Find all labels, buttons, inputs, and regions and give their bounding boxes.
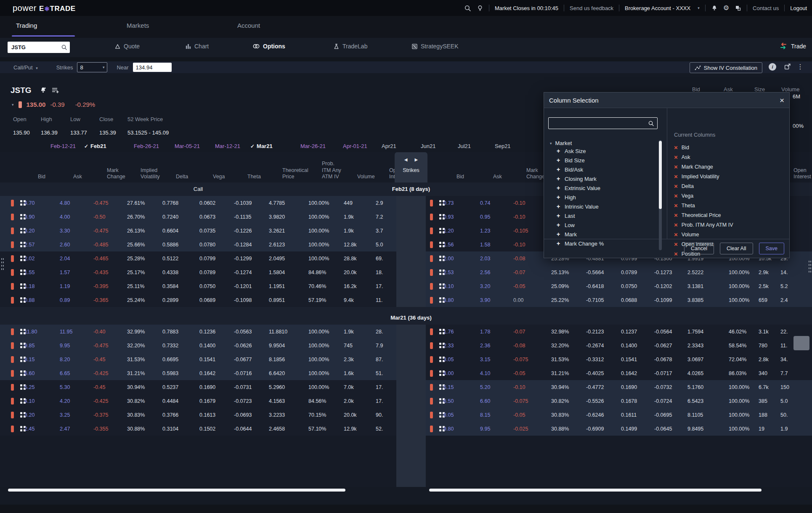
call-cell[interactable]: -0.485 [91, 242, 125, 248]
call-cell[interactable]: 9.95 [58, 343, 91, 349]
call-cell[interactable]: 11. [374, 297, 396, 303]
put-cell[interactable]: 6.5423 [685, 398, 727, 404]
put-cell[interactable]: -0.08 [511, 343, 549, 349]
put-cell[interactable]: -0.1273 [652, 270, 685, 275]
remove-column-icon[interactable]: × [674, 144, 678, 151]
put-cell[interactable]: 5.20 [478, 384, 511, 390]
show-iv-constellation-button[interactable]: Show IV Constellation [690, 62, 762, 73]
subnav-chart[interactable]: Chart [185, 43, 209, 50]
put-cell[interactable]: -0.1202 [652, 283, 685, 289]
call-column-header[interactable]: Bid [36, 174, 71, 182]
put-cell[interactable]: 72.04% [727, 357, 756, 362]
call-cell[interactable]: 1.19 [58, 283, 91, 289]
put-cell[interactable]: 100.00% [727, 270, 756, 275]
put-cell[interactable]: 14. [778, 270, 808, 275]
current-column-item[interactable]: × Delta [674, 181, 733, 191]
call-cell[interactable]: 8.20 [58, 357, 91, 362]
put-cell[interactable]: 4.10 [478, 370, 511, 376]
call-cell[interactable]: 6.6420 [267, 370, 306, 376]
call-cell[interactable]: -0.0626 [232, 343, 267, 349]
put-cell[interactable]: 2.5222 [685, 270, 727, 275]
logout-link[interactable]: Logout [790, 5, 807, 11]
call-cell[interactable]: 4.70 [22, 200, 58, 206]
call-cell[interactable]: 2.02 [22, 256, 58, 262]
call-cell[interactable]: -0.465 [91, 256, 125, 262]
call-cell[interactable]: 449 [342, 200, 374, 206]
call-column-header[interactable]: Ask [71, 174, 105, 182]
call-cell[interactable]: 31.53% [125, 357, 160, 362]
current-column-item[interactable]: × Vega [674, 191, 733, 201]
put-cell[interactable]: 1.58 [478, 242, 511, 248]
apps-layout-icon[interactable] [735, 5, 741, 11]
put-cell[interactable]: 780 [756, 343, 778, 349]
call-cell[interactable]: 11.95 [58, 329, 91, 335]
remove-column-icon[interactable]: × [674, 164, 678, 170]
add-column-icon[interactable]: + [557, 212, 561, 219]
call-column-header[interactable]: Volume [355, 174, 387, 182]
remove-column-icon[interactable]: × [674, 202, 678, 209]
left-pane-drag-handle[interactable] [1, 257, 4, 270]
put-cell[interactable]: 5.2 [778, 283, 808, 289]
call-cell[interactable]: -0.1226 [232, 228, 267, 234]
call-cell[interactable]: 0.0689 [197, 297, 232, 303]
search-icon[interactable] [464, 5, 471, 12]
expiry-tab[interactable]: ✓Jul21 [458, 143, 471, 149]
call-cell[interactable]: 17. [374, 398, 396, 404]
call-cell[interactable]: 2.45 [22, 426, 58, 432]
call-cell[interactable]: 0.5122 [160, 256, 197, 262]
put-cell[interactable]: 0.1678 [619, 398, 652, 404]
call-cell[interactable]: 3.20 [22, 412, 58, 418]
call-cell[interactable]: 0.88 [22, 297, 58, 303]
call-cell[interactable]: -0.1098 [232, 297, 267, 303]
call-cell[interactable]: -0.395 [91, 283, 125, 289]
put-cell[interactable]: 50. [778, 412, 808, 418]
call-cell[interactable]: 87. [374, 357, 396, 362]
call-cell[interactable]: 69. [374, 256, 396, 262]
put-cell[interactable]: 2.53 [441, 270, 478, 275]
call-cell[interactable]: 2.60 [58, 242, 91, 248]
call-cell[interactable]: 0.3766 [160, 412, 197, 418]
put-cell[interactable]: 9.80 [441, 426, 478, 432]
call-cell[interactable]: 0.0789 [197, 270, 232, 275]
contact-us-link[interactable]: Contact us [753, 5, 779, 11]
call-cell[interactable]: 0.2899 [160, 297, 197, 303]
put-cell[interactable]: 2.03 [478, 256, 511, 262]
call-cell[interactable]: 5.30 [58, 384, 91, 390]
put-cell[interactable]: 1.20 [441, 228, 478, 234]
put-cell[interactable]: 7.7 [778, 370, 808, 376]
put-cell[interactable]: 31.53% [549, 357, 584, 362]
current-column-item[interactable]: × Prob. ITM Any ATM IV [674, 220, 733, 230]
put-cell[interactable]: 0.1400 [619, 343, 652, 349]
put-cell[interactable]: 100.00% [727, 412, 756, 418]
expiry-tab[interactable]: ✓Mar-05-21 [175, 143, 200, 149]
put-cell[interactable]: -0.0564 [652, 329, 685, 335]
add-column-icon[interactable]: + [557, 222, 561, 228]
add-column-icon[interactable]: + [557, 185, 561, 191]
strikes-prev-icon[interactable]: ◀ [404, 157, 408, 162]
call-cell[interactable]: -0.435 [91, 270, 125, 275]
call-cell[interactable]: 4.7785 [267, 200, 306, 206]
put-cell[interactable]: -0.2123 [584, 329, 619, 335]
call-cell[interactable]: 0.0780 [197, 242, 232, 248]
subnav-tradelab[interactable]: TradeLab [333, 43, 367, 50]
put-cell[interactable]: 0.00 [511, 297, 549, 303]
call-cell[interactable]: -0.0677 [232, 357, 267, 362]
call-cell[interactable]: 1.9k [342, 214, 374, 220]
put-cell[interactable]: 0.1642 [619, 370, 652, 376]
tree-item[interactable]: + Extrinsic Value [557, 183, 656, 193]
tree-item[interactable]: + Ask Size [557, 146, 656, 156]
call-cell[interactable]: 5.0 [374, 242, 396, 248]
remove-column-icon[interactable]: × [674, 231, 678, 238]
put-cell[interactable]: -0.6418 [584, 283, 619, 289]
send-feedback-link[interactable]: Send us feedback [570, 5, 613, 11]
symbol-search-input[interactable] [8, 44, 61, 51]
put-cell[interactable]: 100.00% [727, 384, 756, 390]
call-cell[interactable]: -0.1201 [232, 283, 267, 289]
put-cell[interactable]: 0.0789 [619, 270, 652, 275]
save-button[interactable]: Save [759, 243, 785, 254]
call-cell[interactable]: -0.1039 [232, 200, 267, 206]
call-cell[interactable]: 0.7240 [160, 214, 197, 220]
strikes-next-icon[interactable]: ▶ [415, 157, 418, 162]
put-cell[interactable]: 0.1237 [619, 329, 652, 335]
call-cell[interactable]: 0.8951 [267, 297, 306, 303]
